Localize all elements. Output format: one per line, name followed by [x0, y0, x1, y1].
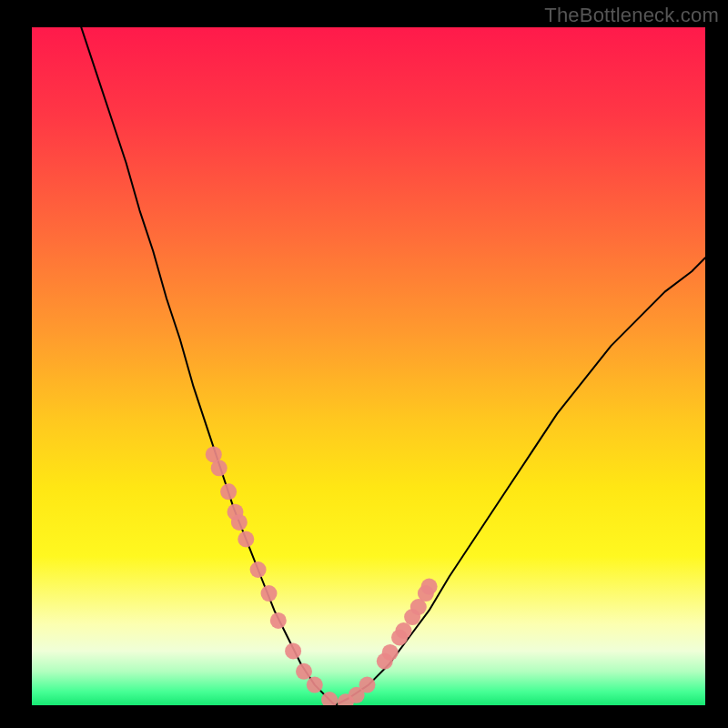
marker-dot — [250, 561, 267, 578]
marker-dot — [261, 585, 278, 602]
marker-dots — [206, 446, 438, 705]
marker-dot — [359, 677, 376, 693]
plot-area — [32, 27, 705, 705]
marker-dot — [231, 514, 248, 531]
marker-dot — [211, 460, 228, 476]
curve-layer — [32, 27, 705, 705]
curve-right-branch — [335, 258, 705, 705]
watermark-text: TheBottleneck.com — [544, 4, 719, 27]
marker-dot — [307, 677, 323, 693]
marker-dot — [238, 531, 254, 548]
marker-dot — [296, 663, 312, 680]
marker-dot — [421, 579, 438, 595]
marker-dot — [270, 612, 287, 629]
curve-left-branch — [72, 27, 335, 705]
marker-dot — [382, 644, 399, 661]
chart-frame: TheBottleneck.com — [0, 0, 728, 728]
marker-dot — [220, 483, 237, 500]
marker-dot — [396, 622, 412, 639]
marker-dot — [285, 642, 301, 659]
